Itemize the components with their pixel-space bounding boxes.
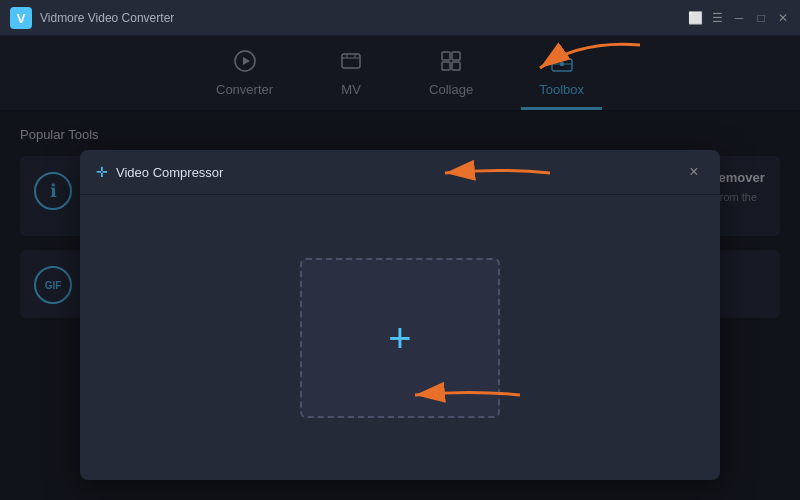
modal-close-button[interactable]: × bbox=[684, 162, 704, 182]
app-title: Vidmore Video Converter bbox=[40, 11, 688, 25]
modal-body: + bbox=[80, 195, 720, 480]
drop-zone[interactable]: + bbox=[300, 258, 500, 418]
app-logo: V bbox=[10, 7, 32, 29]
drop-zone-plus-icon: + bbox=[388, 318, 411, 358]
menu-icon[interactable]: ☰ bbox=[710, 11, 724, 25]
maximize-icon[interactable]: □ bbox=[754, 11, 768, 25]
video-compressor-modal: ✛ Video Compressor × + bbox=[80, 150, 720, 480]
modal-header: ✛ Video Compressor × bbox=[80, 150, 720, 195]
close-icon[interactable]: ✕ bbox=[776, 11, 790, 25]
minimize-icon[interactable]: ─ bbox=[732, 11, 746, 25]
title-bar: V Vidmore Video Converter ⬜ ☰ ─ □ ✕ bbox=[0, 0, 800, 36]
subtitles-icon[interactable]: ⬜ bbox=[688, 11, 702, 25]
svg-text:V: V bbox=[17, 11, 26, 26]
window-controls: ⬜ ☰ ─ □ ✕ bbox=[688, 11, 790, 25]
modal-header-title: Video Compressor bbox=[116, 165, 676, 180]
modal-header-icon: ✛ bbox=[96, 164, 108, 180]
